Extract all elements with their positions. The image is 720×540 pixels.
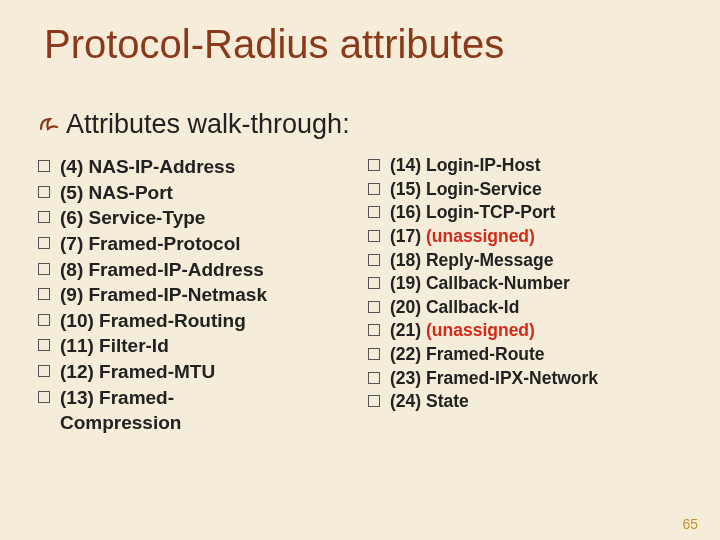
checkbox-icon (38, 391, 50, 403)
list-item: (10) Framed-Routing (38, 308, 368, 334)
list-item: (17) (unassigned) (368, 225, 698, 249)
list-item: (19) Callback-Number (368, 272, 698, 296)
item-number: (17) (390, 226, 426, 246)
item-label: (unassigned) (426, 226, 535, 246)
item-text: (24) State (390, 390, 469, 414)
item-text: (8) Framed-IP-Address (60, 257, 264, 283)
checkbox-icon (368, 301, 380, 313)
item-label: Callback-Number (426, 273, 570, 293)
checkbox-icon (38, 211, 50, 223)
item-text: (22) Framed-Route (390, 343, 545, 367)
item-label: NAS-Port (89, 182, 173, 203)
checkbox-icon (368, 395, 380, 407)
item-text: (12) Framed-MTU (60, 359, 215, 385)
item-number: (18) (390, 250, 426, 270)
list-item: (20) Callback-Id (368, 296, 698, 320)
attribute-columns: (4) NAS-IP-Address(5) NAS-Port(6) Servic… (0, 140, 720, 436)
checkbox-icon (38, 314, 50, 326)
item-label: Reply-Message (426, 250, 553, 270)
checkbox-icon (368, 348, 380, 360)
list-item: (12) Framed-MTU (38, 359, 368, 385)
item-text: (19) Callback-Number (390, 272, 570, 296)
checkbox-icon (38, 288, 50, 300)
item-label: Framed-IP-Netmask (89, 284, 267, 305)
item-label: State (426, 391, 469, 411)
item-number: (21) (390, 320, 426, 340)
item-number: (23) (390, 368, 426, 388)
checkbox-icon (38, 160, 50, 172)
item-number: (22) (390, 344, 426, 364)
item-text: (16) Login-TCP-Port (390, 201, 555, 225)
item-number: (7) (60, 233, 89, 254)
item-number: (16) (390, 202, 426, 222)
checkbox-icon (368, 324, 380, 336)
checkbox-icon (38, 237, 50, 249)
list-item: (15) Login-Service (368, 178, 698, 202)
list-item: (7) Framed-Protocol (38, 231, 368, 257)
item-text: (15) Login-Service (390, 178, 542, 202)
subtitle-row: Attributes walk-through: (0, 67, 720, 140)
item-label: Callback-Id (426, 297, 519, 317)
checkbox-icon (38, 263, 50, 275)
item-label: Framed-Protocol (89, 233, 241, 254)
checkbox-icon (368, 254, 380, 266)
item-text: (18) Reply-Message (390, 249, 553, 273)
item-number: (9) (60, 284, 89, 305)
page-number: 65 (682, 516, 698, 532)
item-label: Login-Service (426, 179, 542, 199)
item-label: Framed-IPX-Network (426, 368, 598, 388)
list-item: (4) NAS-IP-Address (38, 154, 368, 180)
item-number: (13) (60, 387, 99, 408)
item-text: (9) Framed-IP-Netmask (60, 282, 267, 308)
item-text: (11) Filter-Id (60, 333, 169, 359)
checkbox-icon (368, 183, 380, 195)
item-number: (10) (60, 310, 99, 331)
item-text: (10) Framed-Routing (60, 308, 246, 334)
list-item: (16) Login-TCP-Port (368, 201, 698, 225)
item-text: (5) NAS-Port (60, 180, 173, 206)
item-number: (24) (390, 391, 426, 411)
item-text: (23) Framed-IPX-Network (390, 367, 598, 391)
checkbox-icon (38, 186, 50, 198)
item-number: (20) (390, 297, 426, 317)
item-number: (19) (390, 273, 426, 293)
list-item: (22) Framed-Route (368, 343, 698, 367)
list-item: (5) NAS-Port (38, 180, 368, 206)
list-item: (14) Login-IP-Host (368, 154, 698, 178)
list-item: (18) Reply-Message (368, 249, 698, 273)
item-number: (6) (60, 207, 89, 228)
item-text: (17) (unassigned) (390, 225, 535, 249)
item-label: Login-IP-Host (426, 155, 541, 175)
item-label: Framed-MTU (99, 361, 215, 382)
checkbox-icon (38, 365, 50, 377)
item-label: Framed-Route (426, 344, 545, 364)
item-text: (21) (unassigned) (390, 319, 535, 343)
checkbox-icon (368, 206, 380, 218)
checkbox-icon (368, 159, 380, 171)
subtitle-text: Attributes walk-through: (66, 109, 350, 140)
list-item: (24) State (368, 390, 698, 414)
bullet-icon (38, 113, 60, 139)
item-number: (5) (60, 182, 89, 203)
checkbox-icon (368, 277, 380, 289)
item-label: Login-TCP-Port (426, 202, 555, 222)
list-item: (9) Framed-IP-Netmask (38, 282, 368, 308)
item-label: Service-Type (89, 207, 206, 228)
item-label: (unassigned) (426, 320, 535, 340)
list-item: (8) Framed-IP-Address (38, 257, 368, 283)
item-number: (14) (390, 155, 426, 175)
item-number: (11) (60, 335, 99, 356)
item-number: (8) (60, 259, 89, 280)
checkbox-icon (368, 372, 380, 384)
item-label: Filter-Id (99, 335, 169, 356)
left-column: (4) NAS-IP-Address(5) NAS-Port(6) Servic… (38, 154, 368, 436)
item-text: (14) Login-IP-Host (390, 154, 541, 178)
item-text: (6) Service-Type (60, 205, 205, 231)
list-item: (6) Service-Type (38, 205, 368, 231)
list-item: (13) Framed- Compression (38, 385, 368, 436)
checkbox-icon (368, 230, 380, 242)
item-number: (12) (60, 361, 99, 382)
list-item: (23) Framed-IPX-Network (368, 367, 698, 391)
item-text: (7) Framed-Protocol (60, 231, 241, 257)
right-column: (14) Login-IP-Host(15) Login-Service(16)… (368, 154, 698, 436)
